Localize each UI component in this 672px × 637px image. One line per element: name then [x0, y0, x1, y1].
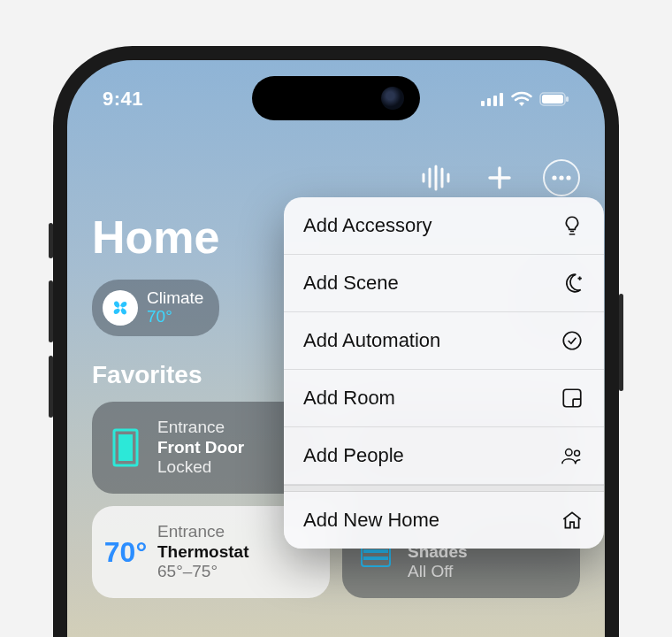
- header-actions: [416, 157, 580, 198]
- screen: 9:41 Home: [67, 60, 605, 637]
- svg-rect-31: [563, 389, 581, 407]
- svg-rect-23: [118, 434, 133, 461]
- svg-point-33: [575, 450, 580, 456]
- announce-button[interactable]: [416, 157, 456, 198]
- svg-point-30: [563, 332, 581, 349]
- svg-rect-3: [500, 93, 503, 106]
- waveform-icon: [421, 165, 451, 191]
- menu-separator: [284, 485, 604, 492]
- tile-text: Entrance Front Door Locked: [157, 418, 244, 478]
- wifi-icon: [511, 91, 532, 107]
- lightbulb-icon: [560, 213, 584, 238]
- svg-point-14: [552, 175, 556, 180]
- temperature-value: 70°: [106, 536, 145, 569]
- menu-item-add-new-home[interactable]: Add New Home: [284, 492, 604, 549]
- chip-label: Climate: [147, 289, 203, 308]
- clock-icon: [560, 328, 584, 353]
- svg-point-17: [118, 306, 122, 310]
- menu-label: Add Accessory: [303, 214, 432, 237]
- menu-item-add-automation[interactable]: Add Automation: [284, 312, 604, 370]
- device-button: [49, 223, 53, 258]
- chip-text: Climate 70°: [147, 289, 203, 326]
- menu-label: Add Room: [303, 387, 395, 410]
- svg-rect-6: [566, 96, 569, 102]
- tile-text: Entrance Thermostat 65°–75°: [157, 522, 248, 582]
- menu-label: Add Scene: [303, 272, 399, 295]
- more-button[interactable]: [543, 159, 580, 196]
- fan-icon: [103, 290, 138, 326]
- iphone-frame: 9:41 Home: [53, 46, 619, 637]
- battery-icon: [539, 92, 569, 106]
- svg-rect-5: [542, 95, 563, 104]
- menu-item-add-accessory[interactable]: Add Accessory: [284, 197, 604, 255]
- svg-point-32: [566, 449, 572, 456]
- chip-value: 70°: [147, 308, 203, 326]
- dynamic-island: [252, 76, 420, 120]
- svg-point-16: [566, 175, 570, 180]
- room-icon: [560, 386, 584, 411]
- menu-item-add-scene[interactable]: Add Scene: [284, 255, 604, 312]
- chip-climate[interactable]: Climate 70°: [92, 280, 219, 336]
- svg-rect-2: [493, 96, 497, 106]
- door-icon: [106, 428, 145, 467]
- menu-item-add-room[interactable]: Add Room: [284, 370, 604, 427]
- menu-label: Add People: [303, 444, 404, 467]
- device-button: [49, 280, 53, 342]
- svg-rect-0: [481, 101, 485, 106]
- menu-item-add-people[interactable]: Add People: [284, 427, 604, 485]
- house-icon: [560, 508, 584, 533]
- status-time: 9:41: [103, 88, 143, 111]
- add-button[interactable]: [479, 157, 520, 198]
- status-indicators: [481, 91, 569, 107]
- people-icon: [560, 443, 584, 468]
- moon-icon: [560, 271, 584, 295]
- cellular-icon: [481, 92, 504, 106]
- ellipsis-icon: [552, 175, 571, 180]
- menu-label: Add New Home: [303, 509, 439, 532]
- device-button: [49, 356, 53, 418]
- plus-icon: [487, 165, 512, 190]
- device-button: [619, 294, 623, 391]
- menu-label: Add Automation: [303, 329, 440, 352]
- svg-point-15: [559, 175, 563, 180]
- svg-rect-1: [487, 98, 491, 106]
- add-menu: Add Accessory Add Scene Add Automation A…: [284, 197, 604, 549]
